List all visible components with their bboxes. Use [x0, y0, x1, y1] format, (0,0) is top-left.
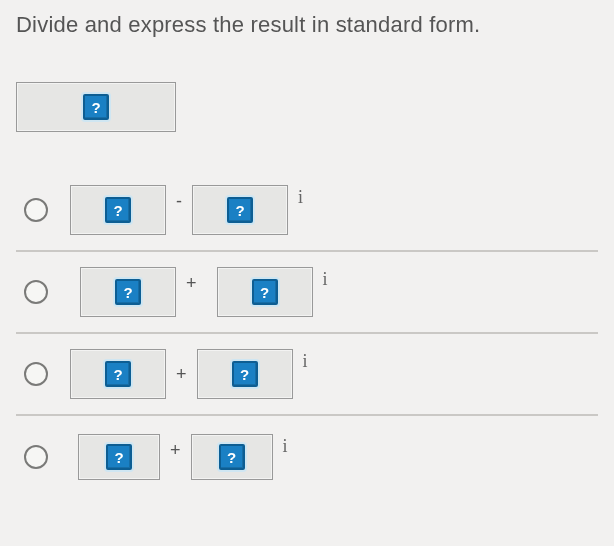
imag-part-input[interactable]: ?	[197, 349, 293, 399]
placeholder-icon: ?	[105, 197, 131, 223]
question-prompt: Divide and express the result in standar…	[16, 12, 598, 38]
expression-input[interactable]: ?	[16, 82, 176, 132]
radio-button[interactable]	[24, 445, 48, 469]
real-part-input[interactable]: ?	[80, 267, 176, 317]
placeholder-icon: ?	[227, 197, 253, 223]
options-list: ? - ? i ? + ? i ? +	[16, 170, 598, 498]
option-row[interactable]: ? + ? i	[16, 252, 598, 334]
expression-input-wrap: ?	[16, 82, 176, 132]
option-expression: ? - ? i	[70, 185, 303, 235]
placeholder-icon: ?	[105, 361, 131, 387]
real-part-input[interactable]: ?	[70, 349, 166, 399]
i-label: i	[281, 436, 288, 457]
placeholder-icon: ?	[115, 279, 141, 305]
operator: +	[184, 273, 199, 294]
imag-part-input[interactable]: ?	[217, 267, 313, 317]
radio-button[interactable]	[24, 280, 48, 304]
i-label: i	[321, 269, 328, 290]
radio-button[interactable]	[24, 198, 48, 222]
option-expression: ? + ? i	[70, 349, 308, 399]
option-expression: ? + ? i	[70, 267, 328, 317]
placeholder-icon: ?	[252, 279, 278, 305]
i-label: i	[301, 351, 308, 372]
placeholder-icon: ?	[232, 361, 258, 387]
operator: +	[168, 440, 183, 461]
option-row[interactable]: ? + ? i	[16, 416, 598, 498]
placeholder-icon: ?	[106, 444, 132, 470]
placeholder-icon: ?	[83, 94, 109, 120]
operator: +	[174, 364, 189, 385]
real-part-input[interactable]: ?	[78, 434, 160, 480]
i-label: i	[296, 187, 303, 208]
radio-button[interactable]	[24, 362, 48, 386]
option-row[interactable]: ? - ? i	[16, 170, 598, 252]
real-part-input[interactable]: ?	[70, 185, 166, 235]
operator: -	[174, 191, 184, 212]
option-row[interactable]: ? + ? i	[16, 334, 598, 416]
option-expression: ? + ? i	[70, 434, 288, 480]
imag-part-input[interactable]: ?	[192, 185, 288, 235]
placeholder-icon: ?	[219, 444, 245, 470]
imag-part-input[interactable]: ?	[191, 434, 273, 480]
